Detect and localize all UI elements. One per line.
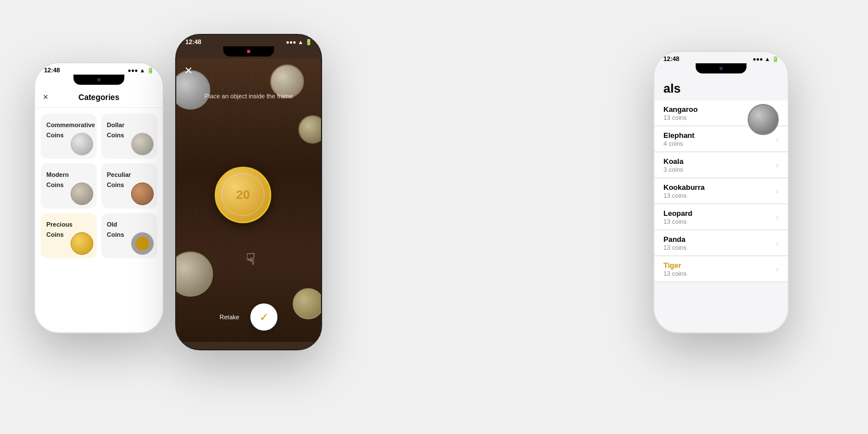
old-coin-icon: [131, 232, 154, 255]
category-modern[interactable]: ModernCoins: [41, 163, 97, 209]
commemorative-coin-icon: [71, 133, 93, 155]
center-status-bar: 12:48 ●●● ▲ 🔋: [176, 35, 321, 46]
peculiar-coin-icon: [131, 183, 154, 205]
animal-item-panda[interactable]: Panda 13 coins ›: [654, 231, 788, 256]
right-time: 12:48: [663, 55, 679, 62]
top-decorative-coin: [748, 104, 779, 135]
chevron-panda: ›: [776, 238, 779, 248]
animal-coins-koala: 3 coins: [663, 166, 683, 173]
right-phone: 12:48 ●●● ▲ 🔋 als Kangaroo 13 coins ›: [653, 51, 789, 333]
category-peculiar-label: PeculiarCoins: [107, 171, 131, 188]
category-dollar[interactable]: DollarCoins: [101, 114, 157, 159]
retake-button[interactable]: Retake: [220, 314, 240, 320]
right-status-bar: 12:48 ●●● ▲ 🔋: [654, 52, 788, 63]
chevron-elephant: ›: [776, 134, 779, 144]
left-phone-body: × Categories CommemorativeCoins DollarCo…: [35, 87, 163, 325]
animal-coins-elephant: 4 coins: [663, 140, 695, 147]
category-modern-label: ModernCoins: [46, 171, 69, 188]
chevron-tiger: ›: [776, 264, 779, 274]
animal-item-koala[interactable]: Koala 3 coins ›: [654, 153, 788, 178]
center-time: 12:48: [185, 38, 201, 45]
chevron-leopard: ›: [776, 212, 779, 222]
center-notch: [176, 46, 321, 59]
close-button[interactable]: ×: [43, 92, 48, 102]
category-precious-label: PreciousCoins: [46, 221, 72, 238]
animal-coins-leopard: 13 coins: [663, 218, 692, 225]
categories-grid: CommemorativeCoins DollarCoins ModernCoi…: [35, 108, 163, 264]
camera-frame: ✕ Place an object inside the frame 20 ☟ …: [176, 59, 321, 342]
animal-item-kookaburra[interactable]: Kookaburra 13 coins ›: [654, 179, 788, 204]
animal-coins-panda: 13 coins: [663, 244, 687, 251]
confirm-button[interactable]: ✓: [250, 303, 277, 331]
left-status-icons: ●●● ▲ 🔋: [128, 67, 154, 73]
left-notch: [35, 75, 163, 87]
section-title: als: [654, 76, 788, 101]
animal-name-leopard: Leopard: [663, 209, 692, 218]
hand-gesture-icon: ☟: [246, 250, 255, 268]
right-status-icons: ●●● ▲ 🔋: [753, 56, 779, 62]
category-peculiar[interactable]: PeculiarCoins: [101, 163, 157, 209]
animal-name-tiger: Tiger: [663, 261, 687, 270]
animal-name-panda: Panda: [663, 235, 687, 244]
precious-coin-icon: [71, 232, 93, 255]
category-old[interactable]: OldCoins: [101, 213, 157, 258]
chevron-koala: ›: [776, 160, 779, 170]
animal-coins-tiger: 13 coins: [663, 270, 687, 277]
featured-gold-coin: 20: [215, 167, 271, 223]
right-phone-body: als Kangaroo 13 coins › Elephant 4 coins…: [654, 76, 788, 325]
camera-controls: Retake ✓: [176, 303, 321, 331]
animal-name-elephant: Elephant: [663, 131, 695, 140]
left-time: 12:48: [44, 67, 60, 73]
left-status-bar: 12:48 ●●● ▲ 🔋: [35, 63, 163, 75]
category-old-label: OldCoins: [107, 221, 124, 238]
modern-coin-icon: [71, 183, 93, 205]
animal-name-kangaroo: Kangaroo: [663, 105, 698, 114]
categories-header: × Categories: [35, 87, 163, 108]
categories-title: Categories: [79, 93, 119, 102]
right-notch: [654, 63, 788, 76]
confirm-checkmark: ✓: [259, 310, 269, 324]
left-phone: 12:48 ●●● ▲ 🔋 × Categories Commemorative…: [34, 62, 164, 333]
camera-close-button[interactable]: ✕: [184, 64, 193, 77]
dollar-coin-icon: [131, 133, 154, 155]
animal-coins-kangaroo: 13 coins: [663, 114, 698, 121]
animal-item-tiger[interactable]: Tiger 13 coins ›: [654, 257, 788, 282]
category-dollar-label: DollarCoins: [107, 121, 124, 138]
animal-item-leopard[interactable]: Leopard 13 coins ›: [654, 205, 788, 230]
category-precious[interactable]: PreciousCoins: [41, 213, 97, 258]
frame-hint-text: Place an object inside the frame: [205, 93, 293, 99]
center-phone: 12:48 ●●● ▲ 🔋 ✕ Place an object inside t…: [175, 34, 322, 350]
chevron-kookaburra: ›: [776, 186, 779, 196]
center-status-icons: ●●● ▲ 🔋: [286, 39, 312, 45]
animal-coins-kookaburra: 13 coins: [663, 192, 705, 199]
center-camera-view: ✕ Place an object inside the frame 20 ☟ …: [176, 59, 321, 342]
animal-name-kookaburra: Kookaburra: [663, 183, 705, 192]
animal-name-koala: Koala: [663, 157, 683, 166]
category-commemorative[interactable]: CommemorativeCoins: [41, 114, 97, 159]
